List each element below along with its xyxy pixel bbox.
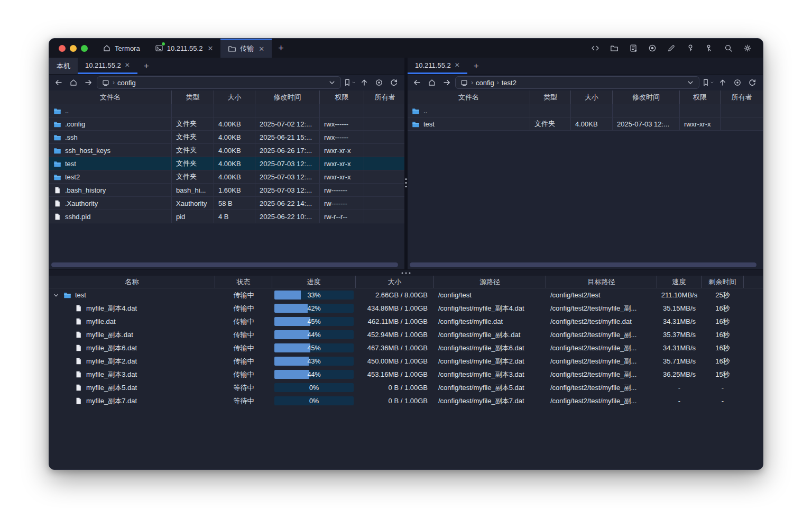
horizontal-splitter[interactable] bbox=[49, 269, 763, 276]
path-breadcrumb[interactable]: › config bbox=[97, 76, 341, 89]
chevron-down-icon[interactable] bbox=[328, 78, 336, 87]
file-row[interactable]: test2 文件夹4.00KB2025-07-03 12:...rwxr-xr-… bbox=[49, 170, 404, 184]
column-header-name[interactable]: 名称 bbox=[49, 276, 215, 288]
column-header-remaining[interactable]: 剩余时间 bbox=[702, 276, 744, 288]
settings-icon[interactable] bbox=[741, 41, 754, 55]
transfer-row[interactable]: myfile_副本5.dat 等待中 0% 0 B / 1.00GB /conf… bbox=[49, 381, 763, 394]
forward-icon[interactable] bbox=[82, 76, 95, 89]
transfer-row[interactable]: test 传输中 33% 2.66GB / 8.00GB /config/tes… bbox=[49, 288, 763, 302]
column-header-size[interactable]: 大小 bbox=[356, 276, 434, 288]
column-header-owner[interactable]: 所有者 bbox=[364, 90, 404, 104]
transfer-name: myfile_副本4.dat bbox=[86, 304, 137, 313]
column-header-size[interactable]: 大小 bbox=[214, 90, 255, 104]
back-icon[interactable] bbox=[411, 76, 423, 89]
tab-local[interactable]: 本机 bbox=[49, 58, 78, 74]
tab-label: 10.211.55.2 bbox=[85, 61, 121, 69]
edit-icon[interactable] bbox=[665, 41, 678, 55]
tab-remote-host[interactable]: 10.211.55.2 ✕ bbox=[78, 58, 137, 74]
chevron-down-icon[interactable] bbox=[686, 78, 695, 87]
home-icon[interactable] bbox=[67, 76, 80, 89]
source-path: /config/test/myfile_副本3.dat bbox=[434, 370, 546, 379]
record-icon[interactable] bbox=[645, 41, 659, 55]
refresh-icon[interactable] bbox=[387, 76, 400, 89]
home-icon[interactable] bbox=[426, 76, 438, 89]
transfer-row[interactable]: myfile_副本4.dat 传输中 42% 434.86MB / 1.00GB… bbox=[49, 302, 763, 315]
column-header-name[interactable]: 文件名 bbox=[408, 90, 530, 104]
show-hidden-icon[interactable] bbox=[373, 76, 385, 89]
file-row-selected[interactable]: test 文件夹4.00KB2025-07-03 12:...rwxr-xr-x bbox=[49, 157, 404, 170]
close-tab-icon[interactable]: ✕ bbox=[259, 45, 264, 53]
tab-remote-host[interactable]: 10.211.55.2 ✕ bbox=[408, 58, 467, 74]
file-row[interactable]: .config 文件夹4.00KB2025-07-02 12:...rwx---… bbox=[49, 117, 404, 131]
new-panel-tab-button[interactable]: + bbox=[467, 58, 485, 74]
file-row[interactable]: .bash_history bash_hi...1.60KB2025-07-03… bbox=[49, 184, 404, 197]
refresh-icon[interactable] bbox=[746, 76, 759, 89]
close-tab-icon[interactable]: ✕ bbox=[125, 61, 130, 69]
column-header-status[interactable]: 状态 bbox=[215, 276, 272, 288]
parent-directory-icon[interactable] bbox=[716, 76, 729, 89]
horizontal-scrollbar[interactable] bbox=[51, 262, 398, 267]
column-header-perm[interactable]: 权限 bbox=[320, 90, 364, 104]
close-tab-icon[interactable]: ✕ bbox=[455, 61, 460, 69]
column-header-speed[interactable]: 速度 bbox=[657, 276, 702, 288]
tab-ssh-session[interactable]: 10.211.55.2 ✕ bbox=[147, 39, 221, 58]
tab-transfer[interactable]: 传输 ✕ bbox=[220, 39, 272, 58]
zoom-window-button[interactable] bbox=[81, 45, 88, 52]
path-segment[interactable]: config bbox=[476, 79, 494, 87]
keychain-icon[interactable] bbox=[703, 41, 716, 55]
path-segment[interactable]: config bbox=[117, 79, 136, 87]
column-header-type[interactable]: 类型 bbox=[530, 90, 571, 104]
close-window-button[interactable] bbox=[59, 45, 66, 52]
new-tab-button[interactable]: + bbox=[272, 39, 290, 58]
horizontal-scrollbar[interactable] bbox=[410, 262, 756, 267]
key-icon[interactable] bbox=[684, 41, 697, 55]
tab-termora-home[interactable]: Termora bbox=[95, 39, 147, 58]
column-header-progress[interactable]: 进度 bbox=[272, 276, 356, 288]
minimize-window-button[interactable] bbox=[70, 45, 77, 52]
close-tab-icon[interactable]: ✕ bbox=[207, 44, 213, 52]
back-icon[interactable] bbox=[52, 76, 65, 89]
transfer-row[interactable]: myfile.dat 传输中 45% 462.11MB / 1.00GB /co… bbox=[49, 315, 763, 328]
forward-icon[interactable] bbox=[440, 76, 453, 89]
progress-bar: 43% bbox=[274, 357, 354, 366]
path-segment[interactable]: test2 bbox=[502, 79, 516, 87]
column-header-owner[interactable]: 所有者 bbox=[721, 90, 763, 104]
transfer-row[interactable]: myfile_副本.dat 传输中 44% 452.94MB / 1.00GB … bbox=[49, 328, 763, 341]
path-breadcrumb[interactable]: › config › test2 bbox=[455, 76, 699, 89]
status-badge: 传输中 bbox=[215, 370, 272, 379]
file-row[interactable]: test 文件夹4.00KB2025-07-03 12:...rwxr-xr-x bbox=[408, 117, 763, 131]
parent-directory-icon[interactable] bbox=[358, 76, 371, 89]
column-header-mtime[interactable]: 修改时间 bbox=[613, 90, 680, 104]
status-badge: 传输中 bbox=[215, 330, 272, 340]
code-icon[interactable] bbox=[588, 41, 602, 55]
file-row[interactable]: sshd.pid pid4 B2025-06-22 10:...rw-r--r-… bbox=[49, 210, 404, 223]
transfer-row[interactable]: myfile_副本7.dat 等待中 0% 0 B / 1.00GB /conf… bbox=[49, 394, 763, 407]
search-icon[interactable] bbox=[722, 41, 735, 55]
expand-chevron-icon[interactable] bbox=[52, 292, 60, 299]
status-badge: 等待中 bbox=[215, 396, 272, 406]
column-header-perm[interactable]: 权限 bbox=[680, 90, 721, 104]
log-icon[interactable] bbox=[626, 41, 640, 55]
remaining-value: - bbox=[702, 397, 744, 405]
file-row[interactable]: .. bbox=[408, 104, 763, 117]
remaining-value: 16秒 bbox=[702, 304, 744, 313]
column-header-type[interactable]: 类型 bbox=[172, 90, 214, 104]
column-header-mtime[interactable]: 修改时间 bbox=[255, 90, 320, 104]
show-hidden-icon[interactable] bbox=[731, 76, 744, 89]
transfer-row[interactable]: myfile_副本3.dat 传输中 44% 453.16MB / 1.00GB… bbox=[49, 368, 763, 381]
new-panel-tab-button[interactable]: + bbox=[137, 58, 155, 74]
file-row[interactable]: .Xauthority Xauthority58 B2025-06-22 14:… bbox=[49, 197, 404, 210]
transfer-row[interactable]: myfile_副本6.dat 传输中 45% 467.36MB / 1.00GB… bbox=[49, 341, 763, 355]
column-header-size[interactable]: 大小 bbox=[571, 90, 613, 104]
column-header-source[interactable]: 源路径 bbox=[434, 276, 546, 288]
column-header-target[interactable]: 目标路径 bbox=[546, 276, 657, 288]
file-row[interactable]: .ssh 文件夹4.00KB2025-06-21 15:...rwx------ bbox=[49, 131, 404, 144]
column-header-name[interactable]: 文件名 bbox=[49, 90, 172, 104]
bookmark-icon[interactable] bbox=[702, 76, 714, 89]
folder-icon[interactable] bbox=[607, 41, 621, 55]
left-table-header: 文件名 类型 大小 修改时间 权限 所有者 bbox=[49, 90, 404, 104]
file-row[interactable]: ssh_host_keys 文件夹4.00KB2025-06-26 17:...… bbox=[49, 144, 404, 157]
bookmark-icon[interactable] bbox=[343, 76, 356, 89]
transfer-row[interactable]: myfile_副本2.dat 传输中 43% 450.00MB / 1.00GB… bbox=[49, 355, 763, 368]
file-row[interactable]: .. bbox=[49, 104, 404, 117]
